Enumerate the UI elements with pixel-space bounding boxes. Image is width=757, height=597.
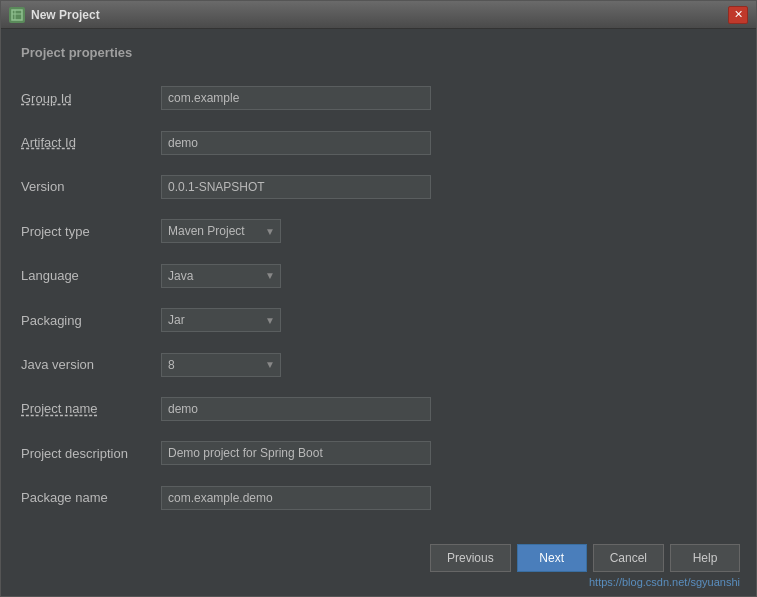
section-title: Project properties: [21, 45, 736, 60]
packaging-field: Jar War ▼: [161, 298, 736, 342]
project-description-label: Project description: [21, 431, 161, 475]
next-button[interactable]: Next: [517, 544, 587, 572]
java-version-wrapper: 8 11 17 21 ▼: [161, 353, 281, 377]
project-name-label: Project name: [21, 387, 161, 431]
project-type-wrapper: Maven Project Gradle Project ▼: [161, 219, 281, 243]
cancel-button[interactable]: Cancel: [593, 544, 664, 572]
main-content: Project properties Group Id Artifact Id …: [1, 29, 756, 536]
project-type-field: Maven Project Gradle Project ▼: [161, 209, 736, 253]
language-label: Language: [21, 254, 161, 298]
packaging-select[interactable]: Jar War: [161, 308, 281, 332]
project-type-select[interactable]: Maven Project Gradle Project: [161, 219, 281, 243]
package-name-field: [161, 476, 736, 520]
title-bar: New Project ✕: [1, 1, 756, 29]
java-version-label: Java version: [21, 342, 161, 386]
previous-button[interactable]: Previous: [430, 544, 511, 572]
java-version-select[interactable]: 8 11 17 21: [161, 353, 281, 377]
version-input[interactable]: [161, 175, 431, 199]
footer-buttons: Previous Next Cancel Help: [1, 536, 756, 576]
new-project-window: New Project ✕ Project properties Group I…: [0, 0, 757, 597]
footer-link: https://blog.csdn.net/sgyuanshi: [1, 576, 756, 596]
artifact-id-input[interactable]: [161, 131, 431, 155]
artifact-id-field: [161, 120, 736, 164]
language-field: Java Kotlin Groovy ▼: [161, 254, 736, 298]
java-version-field: 8 11 17 21 ▼: [161, 342, 736, 386]
close-button[interactable]: ✕: [728, 6, 748, 24]
version-field: [161, 165, 736, 209]
watermark-text: https://blog.csdn.net/sgyuanshi: [589, 576, 740, 588]
language-wrapper: Java Kotlin Groovy ▼: [161, 264, 281, 288]
packaging-label: Packaging: [21, 298, 161, 342]
language-select[interactable]: Java Kotlin Groovy: [161, 264, 281, 288]
version-label: Version: [21, 165, 161, 209]
package-name-input[interactable]: [161, 486, 431, 510]
packaging-wrapper: Jar War ▼: [161, 308, 281, 332]
project-description-input[interactable]: [161, 441, 431, 465]
footer-container: Previous Next Cancel Help https://blog.c…: [1, 536, 756, 596]
window-icon: [9, 7, 25, 23]
artifact-id-label: Artifact Id: [21, 120, 161, 164]
project-description-field: [161, 431, 736, 475]
project-type-label: Project type: [21, 209, 161, 253]
help-button[interactable]: Help: [670, 544, 740, 572]
project-name-input[interactable]: [161, 397, 431, 421]
group-id-field: [161, 76, 736, 120]
svg-rect-0: [12, 10, 22, 20]
package-name-label: Package name: [21, 476, 161, 520]
group-id-input[interactable]: [161, 86, 431, 110]
window-title: New Project: [31, 8, 728, 22]
form-grid: Group Id Artifact Id Version Project typ…: [21, 76, 736, 520]
project-name-field: [161, 387, 736, 431]
group-id-label: Group Id: [21, 76, 161, 120]
